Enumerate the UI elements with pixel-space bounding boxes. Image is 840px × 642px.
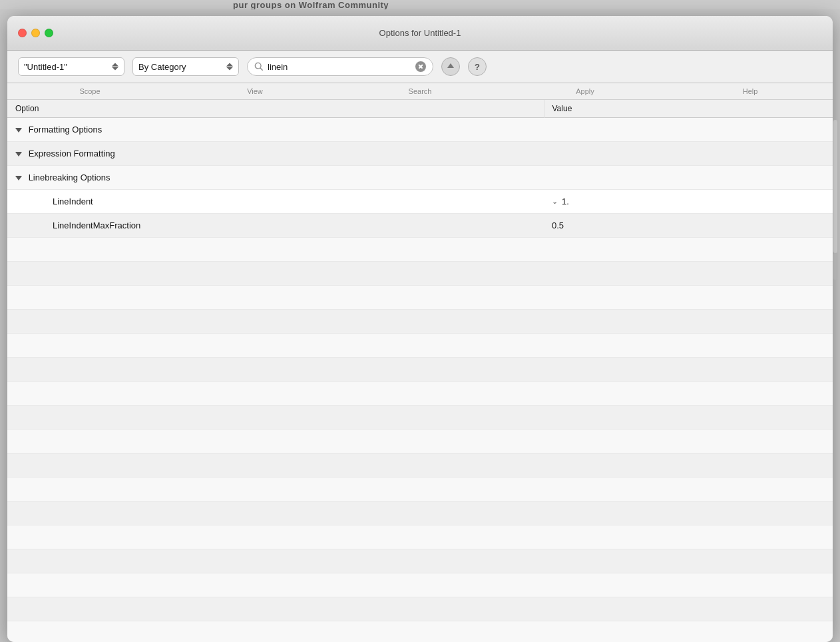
- table-header-row: Option Value: [7, 100, 833, 118]
- collapse-triangle-icon[interactable]: [15, 176, 22, 180]
- option-cell: LineIndent: [7, 190, 544, 214]
- scope-dropdown[interactable]: "Untitled-1": [18, 57, 124, 76]
- table-row: [7, 549, 833, 573]
- table-row: [7, 501, 833, 525]
- title-bar: Options for Untitled-1: [7, 16, 833, 51]
- minimize-button[interactable]: [31, 29, 40, 37]
- option-cell: LineIndentMaxFraction: [7, 214, 544, 238]
- table-row: [7, 334, 833, 358]
- table-row: [7, 573, 833, 597]
- sub-sub-header-cell: Linebreaking Options: [7, 166, 544, 190]
- table-row: [7, 406, 833, 430]
- value-text: 1.: [562, 196, 569, 206]
- table-row: LineIndent ⌄ 1.: [7, 190, 833, 214]
- table-row: [7, 262, 833, 286]
- sub-sub-header-label: Linebreaking Options: [29, 172, 110, 182]
- toolbar-labels: Scope View Search Apply Help: [7, 83, 833, 100]
- collapse-triangle-icon[interactable]: [15, 152, 22, 157]
- traffic-lights: [18, 29, 53, 37]
- chevron-down-icon: [112, 67, 118, 71]
- apply-label: Apply: [503, 86, 668, 97]
- maximize-button[interactable]: [45, 29, 53, 37]
- value-column-header: Value: [544, 100, 833, 118]
- search-label: Search: [337, 86, 503, 97]
- table-row: [7, 525, 833, 549]
- scrollbar-thumb[interactable]: [833, 253, 837, 280]
- help-button[interactable]: ?: [468, 57, 487, 76]
- table-row: [7, 430, 833, 454]
- options-table: Option Value Formatting Options: [7, 100, 833, 642]
- close-button[interactable]: [18, 29, 27, 37]
- section-header-label: Formatting Options: [29, 125, 103, 135]
- table-row: [7, 454, 833, 478]
- scope-stepper[interactable]: [112, 63, 118, 71]
- toolbar: "Untitled-1" By Category: [7, 51, 833, 83]
- navigate-up-button[interactable]: [441, 57, 460, 76]
- table-row: [7, 310, 833, 334]
- content-area: Option Value Formatting Options: [7, 100, 833, 642]
- search-box[interactable]: [247, 57, 433, 76]
- sub-header-cell: Expression Formatting: [7, 142, 544, 166]
- help-icon: ?: [475, 62, 480, 72]
- window-title: Options for Untitled-1: [379, 28, 461, 38]
- option-label: LineIndentMaxFraction: [53, 220, 140, 230]
- table-row: [7, 621, 833, 643]
- option-label: LineIndent: [53, 196, 93, 206]
- table-row: Formatting Options: [7, 118, 833, 142]
- table-row: LineIndentMaxFraction 0.5: [7, 214, 833, 238]
- background-text: pur groups on Wolfram Community: [233, 0, 389, 9]
- collapse-triangle-icon[interactable]: [15, 128, 22, 133]
- value-dropdown-arrow-icon[interactable]: ⌄: [552, 197, 558, 206]
- chevron-down-icon: [226, 67, 233, 71]
- table-row: [7, 478, 833, 501]
- table-row: Expression Formatting: [7, 142, 833, 166]
- search-icon: [254, 62, 264, 71]
- value-cell-lineindentmaxfraction: 0.5: [544, 214, 833, 238]
- scope-label: Scope: [7, 86, 172, 97]
- table-row: [7, 358, 833, 382]
- scope-value: "Untitled-1": [24, 62, 67, 72]
- value-cell-lineindent[interactable]: ⌄ 1.: [544, 190, 833, 214]
- table-row: [7, 382, 833, 406]
- view-stepper[interactable]: [226, 63, 233, 71]
- table-row: [7, 597, 833, 621]
- value-text: 0.5: [552, 220, 564, 230]
- option-column-header: Option: [7, 100, 544, 118]
- value-with-dropdown[interactable]: ⌄ 1.: [552, 196, 825, 206]
- table-row: [7, 286, 833, 310]
- view-label: View: [172, 86, 337, 97]
- right-scrollbar[interactable]: [833, 120, 837, 253]
- table-row: Linebreaking Options: [7, 166, 833, 190]
- section-header-cell: Formatting Options: [7, 118, 544, 142]
- search-input[interactable]: [268, 62, 411, 72]
- help-label: Help: [668, 86, 833, 97]
- up-arrow-icon: [446, 62, 455, 71]
- view-value: By Category: [138, 62, 186, 72]
- search-clear-button[interactable]: [415, 61, 426, 72]
- sub-header-label: Expression Formatting: [29, 149, 115, 159]
- svg-line-1: [260, 68, 262, 70]
- view-dropdown[interactable]: By Category: [132, 57, 239, 76]
- table-row: [7, 238, 833, 262]
